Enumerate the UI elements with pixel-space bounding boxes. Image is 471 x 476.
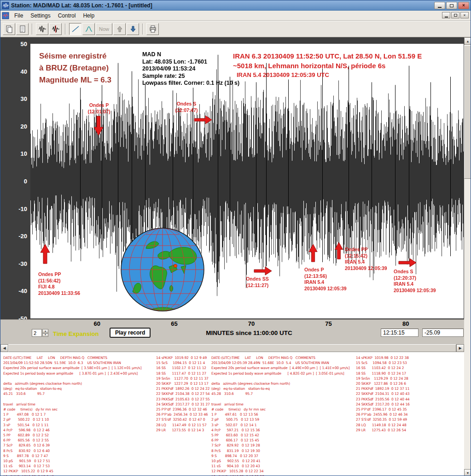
- station-info-line: 2013/04/09 11:53:24: [142, 65, 239, 73]
- waveform-icon: [38, 25, 47, 33]
- annotation-text-line: Ondes PP: [345, 247, 387, 253]
- waveform-marker-icon: [52, 25, 60, 33]
- vertical-scrollbar-thumb[interactable]: [464, 45, 471, 179]
- waveform-view-button[interactable]: [36, 23, 48, 35]
- event1-continued-data: 14 sPKiKP 1019.92 0 12 9 4915 ScS 1094.1…: [156, 355, 210, 433]
- data-line: [211, 376, 355, 381]
- annotation-text-line: Ondes S: [394, 269, 436, 275]
- cursor-amplitude-field[interactable]: [422, 329, 464, 337]
- print-button[interactable]: [146, 23, 159, 35]
- scroll-left-button[interactable]: ◀: [0, 344, 8, 352]
- scroll-record-down-button[interactable]: [127, 23, 139, 35]
- data-line: 24 SKKSdf 2317.20 0 12 44 16: [356, 402, 410, 407]
- annotation-text-line: Ondes S: [167, 101, 206, 107]
- close-icon: ×: [462, 3, 465, 8]
- event-title-text: IRAN 6.3 20130409 11:52:50 UTC, Lat 28.5…: [233, 51, 422, 71]
- data-line: 3 sP 501.54 0 12 1 11: [3, 423, 155, 428]
- curve-scale-button[interactable]: [82, 23, 95, 35]
- open-record-button[interactable]: [3, 23, 15, 35]
- data-line: 8 PcS 830.92 0 12 6 40: [3, 448, 155, 453]
- data-line: # code time(s) dy hr mn sec: [3, 407, 155, 412]
- menu-help[interactable]: Help: [79, 11, 98, 20]
- main-content: 50403020100-10-20-30-40-50 Séisme enregi…: [0, 37, 471, 476]
- data-line: 1 P 497.08 0 12 1 7: [3, 412, 155, 417]
- linear-scale-button[interactable]: [69, 23, 81, 35]
- bottom-control-band: 6065707580 ▲ ▼ Time Expansion Play recor…: [0, 319, 464, 344]
- horizontal-scrollbar-thumb[interactable]: [8, 344, 456, 352]
- data-line: 15 ScS 1094.15 0 12 11 4: [156, 360, 210, 365]
- mdi-minimize-button[interactable]: [442, 12, 450, 18]
- data-line: 19 SnSn 1127.70 0 12 11 37: [156, 376, 210, 381]
- y-axis-tick-label: 20: [0, 123, 27, 129]
- annotation-text-line: (12:13:56): [304, 273, 347, 280]
- data-line: 29 LR 1275.43 0 12 26 54: [356, 428, 410, 433]
- menu-control[interactable]: Control: [54, 11, 80, 20]
- time-expansion-input[interactable]: [32, 329, 42, 337]
- scroll-up-button[interactable]: ▲: [464, 37, 471, 45]
- x-axis-title: MINUTES since 11:00:00 UTC: [206, 329, 292, 336]
- data-line: 14 sPKiKP 1019.92 0 12 9 49: [156, 355, 210, 360]
- diagonal-line-icon: [71, 25, 80, 33]
- close-button[interactable]: ×: [458, 2, 469, 9]
- scroll-down-button[interactable]: ▼: [464, 469, 471, 476]
- titlebar: Station: MAD/MAD Lat: 48.035 Lon: -1.760…: [0, 0, 471, 11]
- y-axis-tick-label: -30: [0, 260, 27, 267]
- data-line: travel arrival time: [3, 402, 155, 407]
- station-info-line: MAD N: [142, 51, 239, 59]
- menu-settings[interactable]: Settings: [27, 11, 54, 20]
- data-line: 9 S 898.74 0 12 20 37: [211, 453, 355, 458]
- event-title-line: ~5018 km, Lehmann horizontal N/S, périod…: [233, 61, 422, 71]
- data-line: delta azimuth (degrees clockwise from no…: [3, 381, 155, 386]
- annotation-text-line: Ondes P: [304, 267, 347, 273]
- scroll-right-button[interactable]: ▶: [456, 344, 464, 352]
- vertical-scrollbar[interactable]: ▲ ▼: [464, 37, 471, 476]
- station-info-line: Sample rate: 25: [142, 73, 239, 80]
- restore-icon: [454, 14, 457, 17]
- mdi-close-button[interactable]: ×: [460, 12, 469, 18]
- data-line: 10 pS 902.55 0 12 20 41: [211, 458, 355, 464]
- data-line: 45.21 310.6 95.7: [3, 391, 155, 396]
- now-button[interactable]: Now: [96, 23, 112, 35]
- mdi-restore-button[interactable]: [451, 12, 459, 18]
- data-line: 4 PcP 597.21 0 12 15 36: [211, 428, 355, 433]
- spinner-down-button[interactable]: ▼: [42, 333, 48, 337]
- data-line: 12 PKiKP 1015.28 0 12 22 34: [211, 469, 355, 474]
- copy-record-button[interactable]: [16, 23, 29, 35]
- mdi-buttons: ×: [442, 12, 469, 18]
- y-axis-tick-label: 30: [0, 95, 27, 102]
- menu-file[interactable]: File: [11, 11, 27, 20]
- play-record-button[interactable]: Play record: [110, 328, 151, 338]
- data-line: 15 ScS 1094.58 0 12 23 53: [356, 360, 410, 365]
- minimize-button[interactable]: [434, 2, 445, 9]
- data-line: 5 PP 603.60 0 12 15 42: [211, 433, 355, 438]
- close-icon: ×: [463, 13, 465, 18]
- phase-data-area: DATE-(UTC)-TIME LAT LON DEPTH MAG Q COMM…: [0, 352, 464, 476]
- data-line: 13 sPKiKP 1018.73 0 12 22 37: [211, 474, 355, 476]
- horizontal-scrollbar[interactable]: ◀ ▶: [0, 344, 464, 352]
- scroll-record-up-button[interactable]: [113, 23, 126, 35]
- annotation-text-line: (12:15:42): [345, 253, 387, 259]
- data-line: 4 PcP 596.98 0 12 2 46: [3, 428, 155, 433]
- data-line: 26 P'P'ab 2455.96 0 12 46 34: [356, 412, 410, 417]
- data-line: (deg) eq-to-station station-to-eq: [211, 386, 355, 391]
- cursor-time-field[interactable]: [381, 329, 419, 337]
- annotation-ondes-p-1: Ondes P(12:01:07): [81, 102, 117, 115]
- waveform-pick-button[interactable]: [49, 23, 62, 35]
- annotation-text-line: Ondes PP: [38, 271, 80, 278]
- bell-curve-icon: [85, 25, 93, 33]
- maximize-icon: [450, 4, 454, 7]
- seismogram-plot-region: 50403020100-10-20-30-40-50 Séisme enregi…: [0, 37, 464, 319]
- data-line: 28 LQ 1147.49 0 12 11 57: [156, 423, 210, 428]
- data-line: 7 ScP 829.92 0 12 19 28: [211, 443, 355, 448]
- window-title: Station: MAD/MAD Lat: 48.035 Lon: -1.760…: [11, 2, 152, 9]
- spinner-up-button[interactable]: ▲: [42, 329, 48, 333]
- maximize-button[interactable]: [446, 2, 457, 9]
- data-line: DATE-(UTC)-TIME LAT LON DEPTH MAG Q COMM…: [3, 355, 155, 360]
- menubar: File Settings Control Help ×: [0, 11, 471, 21]
- data-line: DATE-(UTC)-TIME LAT LON DEPTH MAG Q COMM…: [211, 355, 355, 360]
- y-axis-tick-label: 40: [0, 68, 27, 75]
- data-line: 18 SS 1117.47 0 12 11 27: [156, 371, 210, 376]
- annotation-ondes-s-2: Ondes S(12:20:37)IRAN 5.420130409 12:05:…: [394, 269, 436, 294]
- app-window: Station: MAD/MAD Lat: 48.035 Lon: -1.760…: [0, 0, 471, 476]
- data-line: Expected 1s period body wave amplitude […: [3, 371, 155, 376]
